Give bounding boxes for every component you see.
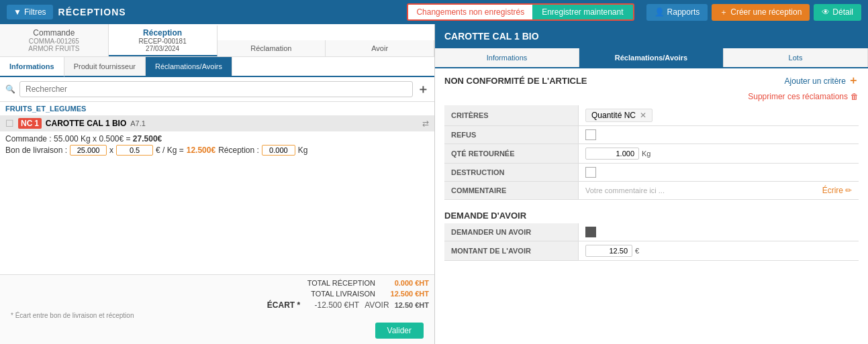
totals-area: TOTAL RÉCEPTION 0.000 €HT TOTAL LIVRAISO… (0, 274, 434, 344)
product-name: CAROTTE CAL 1 BIO (46, 119, 126, 128)
commande-qty: 55.000 (54, 134, 79, 144)
trash-icon: 🗑 (851, 92, 859, 101)
reception-unit: Kg (298, 146, 308, 155)
total-reception-row: TOTAL RÉCEPTION 0.000 €HT (5, 278, 429, 288)
unsaved-text: Changements non enregistrés (408, 5, 532, 19)
avoir-form: DEMANDER UN AVOIR MONTANT DE L'AVOIR € (444, 223, 859, 261)
save-button[interactable]: Enregistrer maintenant (532, 5, 632, 19)
commentaire-value: Votre commentaire ici ... Écrire ✏ (579, 182, 859, 200)
commande-total: 27.500€ (133, 134, 162, 144)
tab-avoir[interactable]: Avoir (326, 40, 434, 56)
total-livraison-label: TOTAL LIVRAISON (5, 290, 375, 298)
nc-section: NON CONFORMITÉ DE L'ARTICLE Ajouter un c… (435, 68, 868, 205)
bon-livraison-label: Bon de livraison : (5, 146, 67, 155)
valider-button[interactable]: Valider (375, 323, 424, 339)
destruction-checkbox[interactable] (585, 167, 596, 178)
avoir-value: 12.50 €HT (395, 301, 429, 309)
montant-unit: € (635, 247, 639, 255)
right-tab-reclamations[interactable]: Réclamations/Avoirs (579, 48, 724, 67)
reception-ref: RECEP-000181 (109, 38, 217, 45)
price-total: 12.500€ (187, 146, 215, 155)
product-details: Commande : 55.000 Kg x 0.500€ = 27.500€ … (0, 131, 434, 158)
nc-badge: NC 1 (18, 118, 42, 129)
total-reception-label: TOTAL RÉCEPTION (5, 279, 375, 287)
commande-ref: COMMA-001265 (0, 38, 108, 45)
valider-row: Valider (5, 320, 429, 341)
topbar: ▼ Filtres RÉCEPTIONS Changements non enr… (0, 0, 868, 24)
detail-button[interactable]: 👁 Détail (814, 4, 861, 21)
ecart-label: ÉCART * (5, 300, 300, 310)
add-product-button[interactable]: ＋ (417, 81, 429, 97)
plus-icon: ＋ (848, 74, 859, 88)
criteres-label: CRITÈRES (444, 105, 579, 126)
eye-icon: 👁 (822, 7, 830, 17)
demander-avoir-checkbox[interactable] (585, 227, 596, 237)
unsaved-notice: Changements non enregistrés Enregistrer … (407, 3, 634, 21)
ecart-value: -12.500 €HT (305, 300, 359, 310)
ecart-note: * Écart entre bon de livraison et récept… (5, 311, 429, 320)
delete-all-button[interactable]: Supprimer ces réclamations 🗑 (748, 92, 859, 101)
search-icon: 🔍 (5, 84, 15, 94)
main-tabs: Commande COMMA-001265 ARMOR FRUITS Récep… (0, 24, 434, 57)
sub-tab-informations[interactable]: Informations (0, 57, 64, 77)
right-panel: CAROTTE CAL 1 BIO Informations Réclamati… (435, 24, 868, 344)
qte-retournee-value: Kg (579, 144, 859, 164)
right-tab-informations[interactable]: Informations (435, 48, 579, 67)
tab-reception[interactable]: Réception RECEP-000181 27/03/2024 (109, 25, 218, 56)
qte-unit: Kg (642, 150, 650, 158)
ecrire-button[interactable]: Écrire ✏ (822, 186, 852, 195)
criteria-remove-button[interactable]: ✕ (640, 111, 646, 120)
criteria-tag: Quantité NC ✕ (585, 109, 653, 122)
montant-avoir-input[interactable] (585, 245, 632, 257)
pencil-icon: ✏ (845, 186, 852, 195)
create-reception-button[interactable]: ＋ Créer une réception (712, 4, 810, 21)
reports-button[interactable]: 👤 Rapports (646, 4, 708, 21)
qte-retournee-input[interactable] (585, 148, 639, 160)
sub-tab-reclamations-avoirs[interactable]: Réclamations/Avoirs (146, 57, 232, 76)
check-icon: ☐ (5, 118, 14, 129)
reception-date: 27/03/2024 (109, 45, 217, 52)
price-unit: € / Kg = (156, 146, 184, 155)
total-livraison-value: 12.500 €HT (375, 290, 429, 298)
price-input[interactable] (116, 145, 153, 156)
nc-title: NON CONFORMITÉ DE L'ARTICLE (444, 76, 587, 86)
left-panel: Commande COMMA-001265 ARMOR FRUITS Récep… (0, 24, 435, 344)
montant-avoir-label: MONTANT DE L'AVOIR (444, 241, 579, 261)
commande-eq: = (126, 134, 131, 144)
bon-livraison-input[interactable] (70, 145, 107, 156)
right-header: CAROTTE CAL 1 BIO (435, 24, 868, 48)
qte-retournee-label: QTÉ RETOURNÉE (444, 144, 579, 164)
nc-title-row: NON CONFORMITÉ DE L'ARTICLE Ajouter un c… (444, 74, 859, 88)
multiply: x (109, 146, 113, 155)
search-input[interactable] (19, 81, 413, 97)
topbar-right: 👤 Rapports ＋ Créer une réception 👁 Détai… (646, 4, 861, 21)
commande-supplier: ARMOR FRUITS (0, 45, 108, 52)
destruction-value (579, 164, 859, 182)
filter-button[interactable]: ▼ Filtres (7, 5, 53, 19)
commentaire-placeholder: Votre commentaire ici ... (585, 186, 822, 194)
right-tab-lots[interactable]: Lots (724, 48, 868, 67)
add-criteria-button[interactable]: Ajouter un critère ＋ (785, 74, 859, 88)
tab-commande[interactable]: Commande COMMA-001265 ARMOR FRUITS (0, 24, 109, 56)
commande-label: Commande : (5, 134, 52, 144)
commande-price: 0.500€ (99, 134, 124, 144)
refus-checkbox[interactable] (585, 129, 596, 140)
right-tabs: Informations Réclamations/Avoirs Lots (435, 48, 868, 68)
reports-icon: 👤 (655, 7, 665, 17)
reception-input[interactable] (262, 145, 295, 156)
avoir-label: AVOIR (365, 300, 389, 310)
total-reception-value: 0.000 €HT (375, 279, 429, 287)
refus-value (579, 126, 859, 144)
sub-tab-produit-fournisseur[interactable]: Produit fournisseur (64, 57, 146, 76)
main-layout: Commande COMMA-001265 ARMOR FRUITS Récep… (0, 24, 868, 344)
montant-avoir-value: € (579, 241, 859, 261)
reception-label: Réception : (218, 146, 259, 155)
delete-all-row: Supprimer ces réclamations 🗑 (444, 92, 859, 101)
plus-icon: ＋ (720, 7, 728, 18)
category-label: FRUITS_ET_LEGUMES (0, 102, 434, 115)
commentaire-label: COMMENTAIRE (444, 182, 579, 200)
product-actions-icon[interactable]: ⇄ (422, 119, 429, 128)
demander-avoir-label: DEMANDER UN AVOIR (444, 223, 579, 241)
nc-form: CRITÈRES Quantité NC ✕ REFUS QTÉ RETOURN… (444, 105, 859, 200)
tab-reclamation[interactable]: Réclamation (218, 40, 326, 56)
